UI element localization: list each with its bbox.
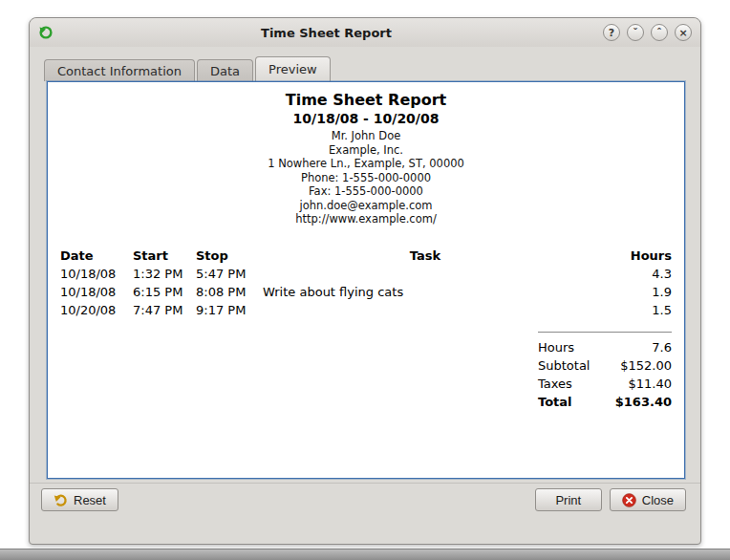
maximize-button[interactable]: ˆ [651, 24, 668, 41]
tab-contact-information[interactable]: Contact Information [44, 59, 195, 81]
summary-value: 7.6 [652, 340, 672, 355]
contact-block: Mr. John Doe Example, Inc. 1 Nowhere Ln.… [48, 129, 684, 226]
cell-start: 1:32 PM [133, 267, 196, 281]
tab-preview[interactable]: Preview [255, 56, 331, 81]
header-start: Start [133, 248, 196, 263]
close-icon [622, 493, 636, 507]
cell-stop: 9:17 PM [196, 303, 263, 317]
cell-date: 10/18/08 [60, 267, 133, 281]
header-date: Date [60, 248, 133, 263]
table-header-row: Date Start Stop Task Hours [60, 247, 672, 265]
summary-label: Taxes [538, 377, 572, 391]
footer-button-bar: Reset Print Close [41, 488, 686, 511]
undo-icon [54, 493, 68, 507]
cell-stop: 5:47 PM [196, 267, 263, 281]
app-window: Time Sheet Report ? ˇ ˆ × Contact Inform… [29, 17, 701, 545]
cell-hours: 1.5 [588, 303, 672, 317]
window-controls: ? ˇ ˆ × [603, 24, 692, 41]
summary-label: Total [538, 395, 572, 409]
contact-website: http://www.example.com/ [48, 212, 684, 226]
tab-data[interactable]: Data [197, 59, 253, 81]
contact-phone: Phone: 1-555-000-0000 [48, 171, 684, 185]
cell-start: 7:47 PM [133, 303, 196, 317]
footer-separator [30, 483, 700, 484]
summary-value: $152.00 [620, 358, 672, 373]
header-hours: Hours [588, 248, 672, 263]
contact-address: 1 Nowhere Ln., Example, ST, 00000 [48, 157, 684, 171]
contact-fax: Fax: 1-555-000-0000 [48, 184, 684, 199]
summary-label: Subtotal [538, 358, 590, 373]
print-button-label: Print [555, 493, 581, 507]
reset-button-label: Reset [74, 493, 106, 507]
print-button[interactable]: Print [535, 488, 602, 511]
summary-label: Hours [538, 340, 574, 355]
summary-row-hours: Hours 7.6 [538, 338, 672, 356]
close-window-button[interactable]: × [675, 24, 692, 41]
summary-value: $163.40 [615, 395, 672, 409]
window-title: Time Sheet Report [54, 26, 603, 40]
report-title: Time Sheet Report [48, 91, 684, 109]
header-task: Task [263, 248, 588, 263]
table-row: 10/18/08 6:15 PM 8:08 PM Write about fly… [60, 283, 672, 301]
report-preview-panel: Time Sheet Report 10/18/08 - 10/20/08 Mr… [47, 81, 685, 479]
cell-hours: 1.9 [588, 285, 672, 299]
cell-start: 6:15 PM [133, 285, 196, 299]
cell-date: 10/18/08 [60, 285, 133, 299]
cell-stop: 8:08 PM [196, 285, 263, 299]
contact-name: Mr. John Doe [48, 129, 684, 143]
screen-bottom-strip [0, 549, 730, 560]
contact-company: Example, Inc. [48, 143, 684, 158]
cell-date: 10/20/08 [60, 303, 133, 317]
summary-block: Hours 7.6 Subtotal $152.00 Taxes $11.40 [538, 332, 672, 411]
summary-value: $11.40 [629, 377, 673, 391]
reset-button[interactable]: Reset [41, 488, 118, 511]
report-date-range: 10/18/08 - 10/20/08 [48, 111, 684, 126]
summary-row-subtotal: Subtotal $152.00 [538, 356, 672, 375]
titlebar[interactable]: Time Sheet Report ? ˇ ˆ × [30, 18, 700, 47]
close-button[interactable]: Close [610, 488, 686, 511]
timesheet-table: Date Start Stop Task Hours 10/18/08 1:32… [60, 247, 672, 319]
cell-task: Write about flying cats [263, 285, 588, 299]
table-row: 10/20/08 7:47 PM 9:17 PM 1.5 [60, 301, 672, 319]
report: Time Sheet Report 10/18/08 - 10/20/08 Mr… [48, 82, 684, 411]
cell-hours: 4.3 [588, 267, 672, 281]
tab-bar: Contact Information Data Preview [44, 56, 333, 81]
header-stop: Stop [196, 248, 263, 263]
table-row: 10/18/08 1:32 PM 5:47 PM 4.3 [60, 265, 672, 283]
green-timer-icon [38, 25, 54, 40]
summary-row-taxes: Taxes $11.40 [538, 375, 672, 393]
close-button-label: Close [642, 493, 674, 507]
contact-email: john.doe@example.com [48, 199, 684, 213]
shade-button[interactable]: ˇ [627, 24, 644, 41]
summary-row-total: Total $163.40 [538, 393, 672, 411]
help-button[interactable]: ? [603, 24, 620, 41]
app-icon[interactable] [38, 25, 54, 40]
